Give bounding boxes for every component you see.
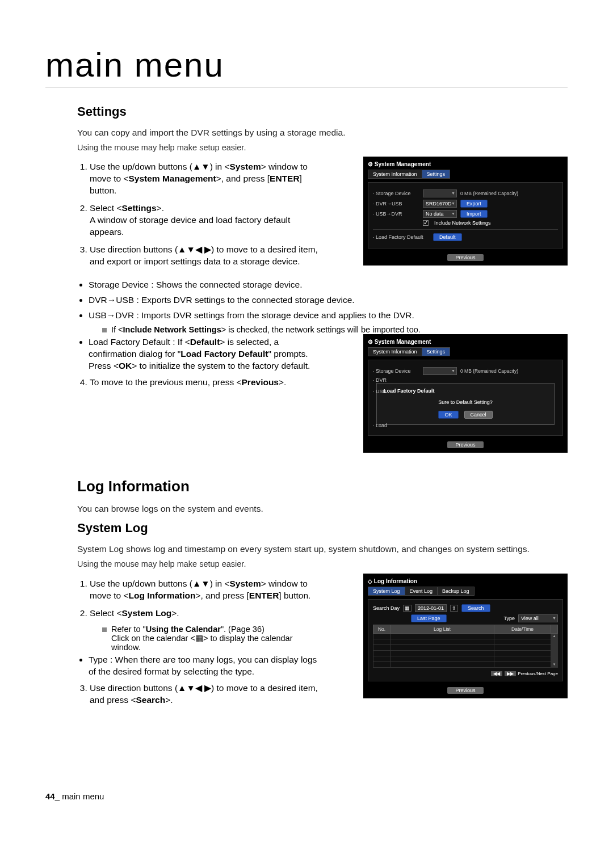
dvr2-title: System Management (368, 339, 563, 345)
search-button[interactable]: Search (461, 604, 490, 612)
scroll-up[interactable] (551, 633, 558, 639)
pager-label: Previous/Next Page (518, 671, 558, 676)
default-button[interactable]: Default (433, 233, 462, 241)
bullet-type: Type : When there are too many logs, you… (89, 654, 324, 678)
storage-device-label: · Storage Device (373, 191, 419, 196)
tab-system-log[interactable]: System Log (368, 587, 405, 596)
date-stepper-icon[interactable]: ⇳ (450, 605, 458, 612)
syslog-step-2: Select <System Log>. (90, 608, 324, 620)
next-page-icon[interactable]: ▶▶ (505, 671, 516, 676)
tab-settings-2[interactable]: Settings (422, 347, 451, 356)
prev-page-icon[interactable]: ◀◀ (491, 671, 502, 676)
tab-event-log[interactable]: Event Log (405, 587, 438, 596)
dvr1-title: System Management (368, 161, 563, 167)
bullet-dvr-usb: DVR→USB : Exports DVR settings to the co… (89, 294, 568, 306)
log-information-intro: You can browse logs on the system and ev… (77, 503, 568, 515)
settings-intro: You can copy and import the DVR settings… (77, 127, 568, 139)
dvr-factory-default-panel: System Management System Information Set… (363, 334, 568, 453)
calendar-note: Refer to "Using the Calendar". (Page 36)… (102, 625, 324, 652)
search-day-label: Search Day (373, 605, 400, 611)
export-button[interactable]: Export (460, 200, 488, 208)
settings-intro-note: Using the mouse may help make setup easi… (77, 142, 568, 154)
include-network-note: If <Include Network Settings> is checked… (102, 325, 568, 334)
dvr-to-usb-value[interactable]: SRD1670D (423, 200, 457, 208)
storage-device-select[interactable] (423, 189, 457, 197)
calendar-icon[interactable]: ▦ (403, 605, 412, 612)
previous-button-3[interactable]: Previous (447, 687, 483, 694)
storage-device-select-2[interactable] (423, 367, 457, 375)
bullet-storage-device: Storage Device : Shows the connected sto… (89, 279, 568, 291)
table-row (373, 639, 558, 644)
log-information-heading: Log Information (77, 478, 568, 495)
dvr3-title: Log Information (368, 578, 563, 584)
page-footer: 44_ main menu (45, 791, 568, 801)
footer-page-number: 44 (45, 791, 55, 801)
col-no: No. (373, 625, 391, 633)
settings-step-2: Select <Settings>. A window of storage d… (90, 203, 324, 238)
remained-capacity: 0 MB (Remained Capacity) (460, 191, 518, 196)
previous-button-2[interactable]: Previous (447, 441, 483, 448)
footer-text: main menu (62, 791, 104, 801)
dvr-row-label: · DVR (373, 377, 419, 383)
scroll-header (551, 625, 558, 633)
previous-button-1[interactable]: Previous (447, 254, 483, 261)
search-date[interactable]: 2012-01-01 (415, 604, 447, 612)
load-row-label: · Load (373, 423, 419, 428)
ok-button[interactable]: OK (438, 411, 458, 419)
square-bullet-icon (102, 328, 107, 332)
table-row (373, 644, 558, 650)
bullet-load-factory: Load Factory Default : If <Default> is s… (89, 336, 324, 372)
system-log-heading: System Log (77, 521, 568, 536)
remained-capacity-2: 0 MB (Remained Capacity) (460, 368, 518, 374)
settings-heading: Settings (77, 104, 568, 119)
last-page-button[interactable]: Last Page (411, 614, 447, 622)
settings-step-4: To move to the previous menu, press <Pre… (90, 377, 324, 389)
table-row (373, 633, 558, 639)
load-factory-label: · Load Factory Default (373, 234, 430, 240)
include-network-label: Include Network Settings (434, 220, 491, 226)
col-datetime: Date/Time (494, 625, 551, 633)
bullet-usb-dvr: USB→DVR : Imports DVR settings from the … (89, 310, 568, 322)
tab-system-information[interactable]: System Information (368, 170, 422, 179)
dvr-log-panel: Log Information System Log Event Log Bac… (363, 574, 568, 698)
type-label: Type (503, 616, 515, 621)
col-loglist: Log List (391, 625, 494, 633)
table-row (373, 656, 558, 661)
tab-backup-log[interactable]: Backup Log (437, 587, 475, 596)
scrollbar-track[interactable] (551, 639, 558, 661)
import-button[interactable]: Import (460, 210, 488, 218)
usb-row-label: · USB (373, 389, 419, 394)
square-bullet-icon-2 (102, 627, 107, 632)
settings-step-3: Use direction buttons (▲▼◀ ▶) to move to… (90, 244, 324, 268)
syslog-step-1: Use the up/down buttons (▲▼) in <System>… (90, 578, 324, 602)
scroll-down[interactable] (551, 661, 558, 667)
cancel-button[interactable]: Cancel (464, 411, 493, 419)
dvr-settings-panel: System Management System Information Set… (363, 157, 568, 266)
storage-device-label-2: · Storage Device (373, 368, 419, 374)
table-row (373, 650, 558, 656)
settings-step-1: Use the up/down buttons (▲▼) in <System>… (90, 161, 324, 197)
page-title: main menu (45, 45, 568, 87)
type-select[interactable]: View all (518, 614, 558, 622)
include-network-checkbox[interactable] (423, 220, 429, 226)
dvr-to-usb-label: · DVR→USB (373, 201, 419, 207)
syslog-step-3: Use direction buttons (▲▼◀ ▶) to move to… (90, 682, 324, 706)
system-log-note: Using the mouse may help make setup easi… (77, 559, 568, 570)
system-log-intro: System Log shows log and timestamp on ev… (77, 543, 568, 555)
tab-system-information-2[interactable]: System Information (368, 347, 422, 356)
tab-settings[interactable]: Settings (422, 170, 451, 179)
usb-to-dvr-label: · USB→DVR (373, 211, 419, 217)
table-row (373, 661, 558, 667)
usb-to-dvr-value[interactable]: No data (423, 210, 457, 218)
log-table: No. Log List Date/Time (373, 625, 558, 668)
